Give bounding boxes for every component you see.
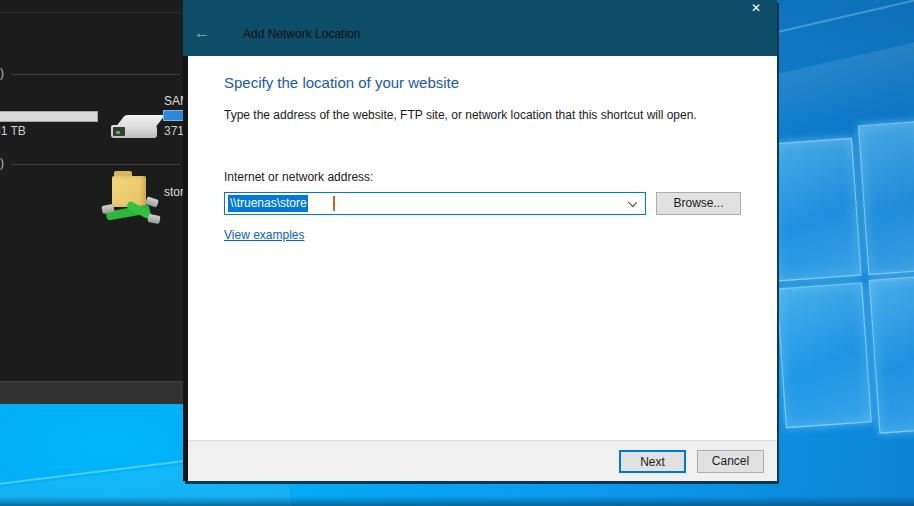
network-plug [147,214,160,224]
dialog-description: Type the address of the website, FTP sit… [224,108,744,122]
screen: ) 81 TB SAM 371 ) stor [0,0,914,506]
next-button[interactable]: Next [619,450,686,473]
windows-logo-pane [776,283,872,429]
dialog-title-bar: ← Add Network Location ✕ [183,0,777,56]
drives-group-header[interactable]: ) [0,66,183,80]
drive-usage-bar [0,111,98,122]
explorer-status-bar [0,381,183,404]
address-label: Internet or network address: [224,170,373,184]
network-folder-icon[interactable] [104,168,164,224]
group-header-label: ) [0,156,4,170]
drive-size-text: 81 TB [0,124,26,138]
windows-logo-pane [869,276,914,434]
view-examples-link[interactable]: View examples [224,228,304,242]
hard-drive-led [116,131,120,134]
network-share-label[interactable]: stor [164,185,184,199]
text-caret [333,196,335,211]
explorer-toolbar-divider [0,12,183,13]
group-header-rule [11,164,180,165]
wallpaper-bottom-shade [0,496,914,506]
add-network-location-dialog: ← Add Network Location ✕ Specify the loc… [183,0,777,481]
windows-logo [759,112,914,453]
file-explorer-window: ) 81 TB SAM 371 ) stor [0,0,183,404]
dialog-footer: Next Cancel [188,440,777,481]
group-header-rule [11,74,180,75]
close-icon[interactable]: ✕ [741,0,771,18]
windows-logo-pane [858,121,914,275]
group-header-label: ) [0,66,4,80]
windows-logo-pane [768,138,861,282]
drive-usage-bar-blue [163,110,183,121]
address-selected-text: \\truenas\store [228,195,308,212]
chevron-down-icon[interactable] [628,198,637,207]
address-input[interactable]: \\truenas\store [224,192,646,215]
dialog-title: Add Network Location [243,27,360,41]
hard-drive-icon[interactable] [111,112,165,144]
back-icon[interactable]: ← [191,23,213,43]
dialog-body: Specify the location of your website Typ… [188,56,777,440]
page-title: Specify the location of your website [224,74,459,91]
browse-button[interactable]: Browse... [656,192,741,215]
cancel-button[interactable]: Cancel [697,450,764,473]
drive-size-text: 371 [164,124,184,138]
